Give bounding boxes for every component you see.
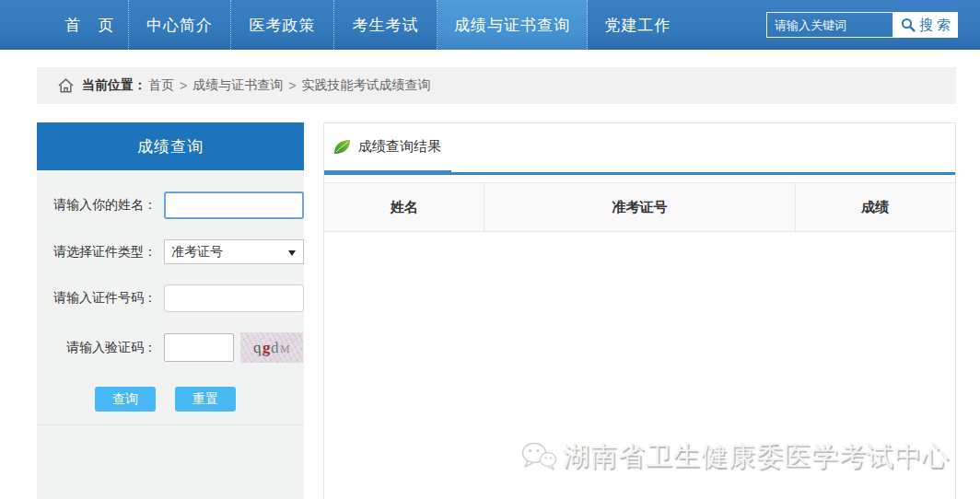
id-number-input[interactable]: [164, 284, 304, 312]
wechat-icon: [520, 441, 557, 472]
query-form: 请输入你的姓名： 请选择证件类型： 准考证号 请输入证件号码： 请输入验证码： …: [37, 170, 304, 425]
name-label: 请输入你的姓名：: [37, 197, 157, 214]
top-nav: 首 页 中心简介 医考政策 考生考试 成绩与证书查询 党建工作 搜 索: [0, 0, 980, 50]
captcha-char: M: [280, 342, 290, 356]
captcha-label: 请输入验证码：: [37, 340, 157, 356]
captcha-char: q: [253, 338, 262, 357]
search-icon: [901, 17, 916, 32]
id-type-label: 请选择证件类型：: [37, 244, 157, 261]
breadcrumb: 当前位置： 首页 > 成绩与证书查询 > 实践技能考试成绩查询: [37, 67, 956, 104]
breadcrumb-current-page: 实践技能考试成绩查询: [301, 77, 430, 94]
table-header-row: 姓名 准考证号 成绩: [324, 183, 955, 232]
reset-button[interactable]: 重置: [175, 387, 236, 412]
sidebar-title: 成绩查询: [37, 122, 304, 170]
breadcrumb-home[interactable]: 首页: [148, 77, 174, 94]
captcha-image[interactable]: q g d M: [240, 332, 303, 363]
sidebar-divider: [37, 424, 304, 425]
captcha-char: g: [262, 338, 271, 356]
home-icon: [57, 77, 75, 94]
tab-score-result[interactable]: 成绩查询结果: [324, 123, 955, 170]
captcha-char: d: [271, 338, 279, 356]
query-sidebar: 成绩查询 请输入你的姓名： 请选择证件类型： 准考证号 请输入证件号码： 请输入…: [37, 122, 304, 499]
col-header-score: 成绩: [795, 183, 955, 232]
leaf-icon: [333, 139, 351, 155]
form-buttons: 查询 重置: [95, 387, 304, 412]
nav-item-exam[interactable]: 考生考试: [334, 0, 438, 50]
tab-underline: [324, 170, 955, 175]
id-type-row: 请选择证件类型： 准考证号: [37, 239, 304, 264]
nav-search: 搜 索: [766, 12, 958, 38]
nav-item-party[interactable]: 党建工作: [588, 0, 688, 50]
nav-item-score-query[interactable]: 成绩与证书查询: [438, 0, 588, 50]
search-button[interactable]: 搜 索: [893, 12, 958, 38]
nav-item-home[interactable]: 首 页: [52, 0, 129, 50]
breadcrumb-separator: >: [288, 78, 296, 93]
col-header-name: 姓名: [324, 183, 484, 232]
name-input[interactable]: [164, 191, 304, 219]
watermark: 湖南省卫生健康委医学考试中心: [520, 438, 950, 475]
id-number-label: 请输入证件号码：: [37, 290, 157, 307]
name-row: 请输入你的姓名：: [37, 191, 304, 219]
page: 首 页 中心简介 医考政策 考生考试 成绩与证书查询 党建工作 搜 索: [0, 0, 980, 499]
id-type-select[interactable]: 准考证号: [164, 239, 304, 264]
result-panel: 成绩查询结果 姓名 准考证号 成绩: [323, 122, 956, 499]
breadcrumb-score-query[interactable]: 成绩与证书查询: [192, 77, 283, 94]
nav-item-policy[interactable]: 医考政策: [231, 0, 334, 50]
result-table: 姓名 准考证号 成绩: [324, 182, 955, 232]
captcha-row: 请输入验证码： q g d M: [37, 332, 304, 363]
nav-item-about[interactable]: 中心简介: [129, 0, 231, 50]
tab-title: 成绩查询结果: [358, 138, 441, 156]
query-button[interactable]: 查询: [95, 387, 156, 412]
breadcrumb-label: 当前位置：: [82, 77, 146, 94]
watermark-text: 湖南省卫生健康委医学考试中心: [563, 438, 950, 475]
id-number-row: 请输入证件号码：: [37, 284, 304, 312]
search-button-label: 搜 索: [919, 17, 951, 34]
id-type-selected-value: 准考证号: [171, 244, 223, 261]
col-header-admission-no: 准考证号: [484, 183, 795, 232]
breadcrumb-separator: >: [180, 78, 187, 93]
search-input[interactable]: [766, 12, 893, 38]
nav-menu: 首 页 中心简介 医考政策 考生考试 成绩与证书查询 党建工作: [52, 0, 688, 50]
captcha-input[interactable]: [164, 333, 234, 362]
chevron-down-icon: [288, 250, 296, 256]
